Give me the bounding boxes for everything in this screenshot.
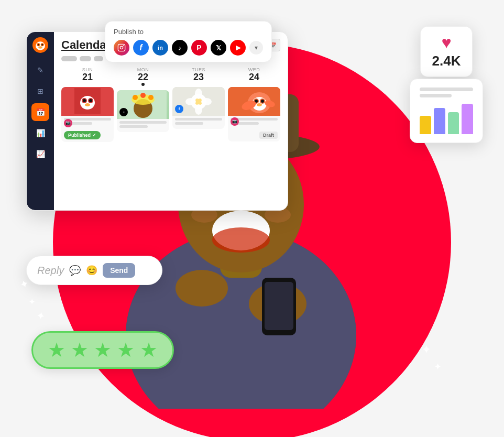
pinterest-platform-btn[interactable]: P: [191, 40, 207, 56]
sidebar-icon-compose[interactable]: ✎: [31, 61, 49, 79]
star-2: ★: [71, 340, 89, 360]
expand-platforms-btn[interactable]: ▾: [249, 41, 263, 54]
svg-rect-51: [118, 44, 125, 51]
facebook-platform-btn[interactable]: f: [133, 40, 149, 56]
day-col-tues: TUES 23: [172, 65, 225, 142]
day-num-21: 21: [61, 72, 114, 83]
bar-2: [434, 108, 445, 134]
svg-point-37: [195, 89, 202, 99]
likes-card: ♥ 2.4K: [420, 26, 473, 77]
post-card-tues[interactable]: f: [172, 87, 225, 129]
filter-dot-3[interactable]: [94, 56, 103, 61]
draft-status: Draft: [228, 128, 280, 141]
svg-point-33: [148, 95, 154, 100]
svg-point-48: [257, 103, 262, 106]
reply-placeholder[interactable]: Reply: [37, 265, 64, 277]
post-image-sun: [61, 87, 114, 116]
svg-point-25: [83, 99, 86, 102]
calendar-title: Calendar: [61, 38, 111, 52]
svg-point-26: [89, 99, 92, 102]
day-header-wed: WED 24: [228, 65, 280, 84]
sidebar: ✎ ⊞ 📅 📊 📈: [27, 32, 54, 210]
publish-to-title: Publish to: [114, 28, 263, 36]
post-badge-fb-tues: f: [175, 105, 183, 113]
day-num-22: 22: [117, 72, 169, 83]
status-draft-badge: Draft: [259, 132, 278, 139]
sparkle-3: ✦: [36, 310, 46, 322]
status-published-badge: Published ✓: [64, 131, 101, 139]
analytics-lines: [420, 88, 473, 97]
publish-to-card: Publish to f in ♪ P 𝕏 ▶ ▾: [105, 21, 272, 62]
day-header-tues: TUES 23: [172, 65, 225, 84]
svg-point-27: [85, 103, 90, 106]
svg-point-53: [123, 45, 124, 46]
day-col-sun: SUN 21: [61, 65, 114, 142]
post-line-4: [119, 125, 148, 128]
svg-point-38: [195, 104, 202, 115]
analytics-line-2: [420, 94, 452, 97]
star-5: ★: [140, 340, 158, 360]
heart-icon: ♥: [431, 34, 462, 51]
svg-point-18: [38, 44, 39, 46]
send-button[interactable]: Send: [103, 263, 135, 278]
sidebar-icon-reports[interactable]: 📈: [31, 145, 49, 163]
day-col-wed: WED 24: [228, 65, 280, 142]
bar-3: [448, 112, 459, 134]
x-twitter-platform-btn[interactable]: 𝕏: [211, 40, 226, 56]
svg-point-47: [261, 100, 264, 103]
post-line-3: [119, 121, 167, 124]
post-lines-tues: [172, 116, 225, 128]
sparkle-1: ✦: [18, 278, 30, 291]
star-3: ★: [94, 340, 112, 360]
day-col-mon: MON 22: [117, 65, 169, 142]
social-icons-row: f in ♪ P 𝕏 ▶ ▾: [114, 40, 263, 56]
filter-dot-2[interactable]: [80, 56, 91, 61]
svg-point-19: [41, 44, 43, 46]
sidebar-icon-calendar[interactable]: 📅: [31, 103, 49, 121]
days-grid: SUN 21: [61, 65, 280, 142]
linkedin-platform-btn[interactable]: in: [152, 40, 168, 56]
post-line-6: [175, 122, 203, 125]
instagram-platform-btn[interactable]: [114, 40, 129, 56]
sidebar-icon-analytics[interactable]: 📊: [31, 124, 49, 142]
post-badge-ig-wed: 📷: [231, 117, 239, 126]
reply-card[interactable]: Reply 💬 😊 Send: [26, 256, 162, 285]
sidebar-icon-grid[interactable]: ⊞: [31, 82, 49, 100]
filter-dot-1[interactable]: [61, 56, 77, 61]
youtube-platform-btn[interactable]: ▶: [230, 40, 246, 56]
svg-point-31: [133, 95, 138, 100]
svg-point-52: [120, 46, 123, 49]
check-icon: ✓: [92, 133, 96, 138]
star-1: ★: [48, 340, 65, 360]
day-num-23: 23: [172, 72, 225, 83]
likes-count: 2.4K: [431, 53, 462, 69]
emoji-icon[interactable]: 😊: [86, 265, 97, 276]
post-image-wed: [228, 87, 280, 116]
sparkle-2: ✦: [29, 298, 35, 306]
svg-point-15: [36, 41, 45, 50]
post-card-wed[interactable]: 📷 Draft: [228, 87, 280, 141]
svg-point-36: [195, 98, 202, 105]
day-header-mon: MON 22: [117, 65, 169, 88]
svg-point-22: [80, 96, 95, 110]
bar-4: [462, 104, 473, 134]
svg-point-20: [38, 46, 42, 49]
post-card-sun[interactable]: 📷 Published ✓: [61, 87, 114, 142]
post-lines-mon: [117, 119, 169, 132]
message-icon: 💬: [69, 265, 81, 276]
post-line-5: [175, 118, 222, 121]
post-badge-ig-sun: 📷: [64, 119, 72, 127]
svg-point-32: [140, 93, 146, 98]
published-label: Published: [68, 133, 91, 138]
analytics-line-1: [420, 88, 473, 91]
day-dot-mon: [141, 83, 145, 86]
day-header-sun: SUN 21: [61, 65, 114, 84]
svg-rect-12: [265, 282, 293, 330]
star-4: ★: [117, 340, 135, 360]
svg-point-39: [185, 98, 196, 105]
post-card-mon[interactable]: ♪: [117, 90, 169, 132]
hootsuite-logo[interactable]: [32, 37, 48, 55]
svg-point-13: [176, 270, 228, 307]
tiktok-platform-btn[interactable]: ♪: [172, 40, 188, 56]
sparkle-5: ✦: [434, 362, 441, 372]
